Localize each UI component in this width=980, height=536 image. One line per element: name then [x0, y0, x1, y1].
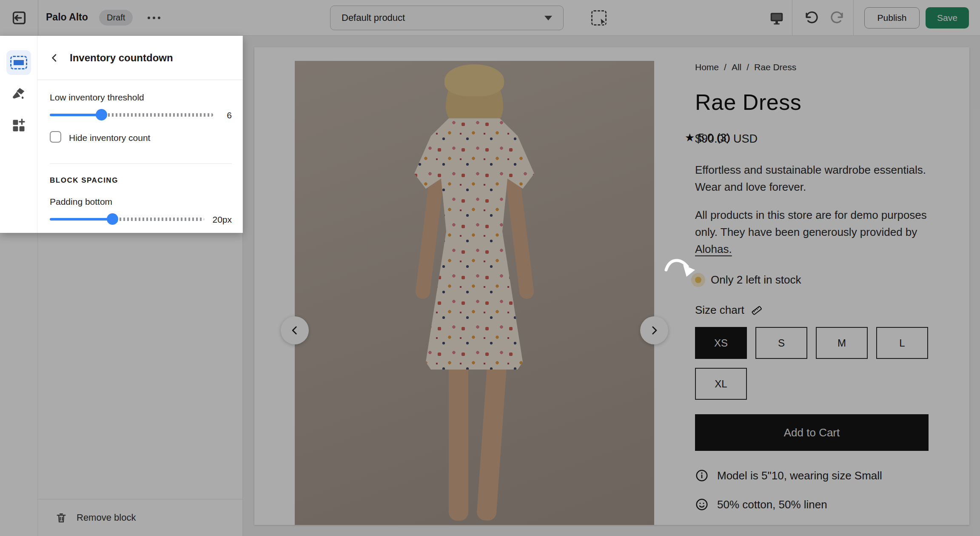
apps-icon: [11, 118, 27, 134]
slider-fill: [50, 114, 101, 116]
nav-theme-settings-button[interactable]: [6, 82, 31, 106]
block-settings-card: Inventory countdown Low inventory thresh…: [0, 36, 243, 233]
slider-thumb[interactable]: [107, 213, 118, 225]
hide-inventory-checkbox[interactable]: [50, 131, 61, 143]
low-inventory-threshold-slider[interactable]: [50, 109, 213, 120]
editor-nav-rail: [0, 36, 37, 233]
sections-icon: [10, 56, 27, 69]
hide-inventory-label: Hide inventory count: [69, 133, 150, 143]
settings-header: Inventory countdown: [37, 36, 242, 80]
back-button[interactable]: [46, 49, 63, 66]
theme-editor: Palo Alto Draft Default product: [0, 0, 980, 536]
nav-sections-button[interactable]: [6, 50, 31, 75]
slider-track: [104, 113, 213, 117]
threshold-label: Low inventory threshold: [50, 92, 144, 103]
section-divider: [50, 163, 232, 164]
chevron-left-icon: [49, 53, 60, 63]
padding-bottom-slider[interactable]: [50, 213, 204, 224]
padding-bottom-value: 20px: [198, 215, 232, 225]
threshold-value: 6: [198, 110, 232, 120]
slider-thumb[interactable]: [96, 109, 107, 120]
nav-apps-button[interactable]: [6, 113, 31, 138]
block-spacing-header: BLOCK SPACING: [50, 176, 118, 185]
padding-bottom-label: Padding bottom: [50, 197, 112, 207]
block-title: Inventory countdown: [70, 52, 173, 64]
slider-track: [116, 218, 204, 221]
paint-brush-icon: [10, 86, 27, 103]
slider-fill: [50, 218, 113, 221]
